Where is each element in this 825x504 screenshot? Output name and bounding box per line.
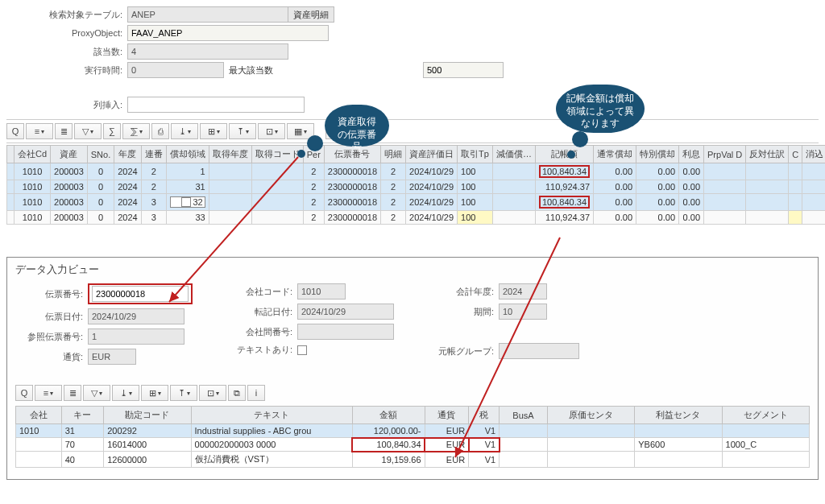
grid1-cell[interactable]	[492, 180, 535, 194]
grid2-cell[interactable]: 16014000	[104, 438, 191, 452]
tb2-6[interactable]: ⤒	[170, 385, 197, 401]
tb1-5[interactable]: ⅀	[122, 123, 150, 139]
grid1-cell[interactable]	[704, 211, 746, 225]
tb1-1[interactable]: ≡	[26, 123, 53, 139]
grid2-cell[interactable]: V1	[469, 452, 500, 468]
grid1-cell[interactable]: 1010	[15, 163, 51, 180]
tb1-6[interactable]: ⎙	[151, 123, 169, 139]
grid2-cell[interactable]	[547, 424, 634, 438]
grid2-cell[interactable]: EUR	[425, 452, 469, 468]
grid1-header[interactable]: 会社Cd	[15, 146, 51, 163]
grid1-cell[interactable]: 2024	[114, 211, 141, 225]
grid2-cell[interactable]: 120,000.00-	[352, 424, 425, 438]
grid1-cell[interactable]: 100,840.34	[535, 163, 593, 180]
grid1-cell[interactable]: 3	[141, 211, 166, 225]
doc-input[interactable]	[92, 286, 189, 302]
grid1-header[interactable]: C	[789, 146, 802, 163]
grid2-cell[interactable]: 31	[61, 424, 103, 438]
grid1-cell[interactable]	[704, 194, 746, 211]
grid1-cell[interactable]	[789, 194, 802, 211]
grid1-cell[interactable]	[492, 194, 535, 211]
grid2-cell[interactable]	[635, 424, 722, 438]
grid1-header[interactable]: 連番	[141, 146, 166, 163]
grid2-cell[interactable]: Industrial supplies - ABC grou	[191, 424, 352, 438]
grid1-cell[interactable]: 31	[166, 180, 209, 194]
grid2-header[interactable]: 利益センタ	[635, 407, 722, 424]
grid1-cell[interactable]: 0	[87, 180, 114, 194]
grid1-cell[interactable]: 2300000018	[324, 180, 380, 194]
grid1-cell[interactable]	[789, 163, 802, 180]
grid1-cell[interactable]: 1010	[15, 194, 51, 211]
grid1-row[interactable]: 1010200003020242312230000001822024/10/29…	[7, 180, 826, 194]
grid1-cell[interactable]: 2300000018	[324, 163, 380, 180]
grid1-header[interactable]: 年度	[114, 146, 141, 163]
grid1-cell[interactable]: 0.00	[636, 211, 679, 225]
tb1-4[interactable]: ∑	[103, 123, 121, 139]
grid1-cell[interactable]: 2024/10/29	[406, 180, 458, 194]
grid1-cell[interactable]	[209, 163, 251, 180]
tb1-9[interactable]: ⤒	[229, 123, 256, 139]
grid1-header[interactable]: 特別償却	[636, 146, 679, 163]
grid1-cell[interactable]	[7, 194, 15, 211]
grid2-cell[interactable]: V1	[469, 424, 500, 438]
grid1-cell[interactable]: 110,924.37	[535, 180, 593, 194]
tb1-10[interactable]: ⊡	[258, 123, 285, 139]
grid1-cell[interactable]: 100	[458, 211, 493, 225]
grid2-cell[interactable]	[547, 438, 634, 452]
grid1-cell[interactable]: 2024	[114, 194, 141, 211]
grid1-header[interactable]: 通常償却	[594, 146, 636, 163]
grid1-cell[interactable]: 0	[87, 211, 114, 225]
grid2-cell[interactable]: V1	[469, 438, 500, 452]
tb2-0[interactable]: Q	[15, 385, 33, 401]
tb2-5[interactable]: ⊞	[141, 385, 168, 401]
grid1-cell[interactable]: 2	[381, 180, 406, 194]
grid2-cell[interactable]	[500, 452, 548, 468]
grid1-cell[interactable]: 3	[141, 194, 166, 211]
grid1-cell[interactable]: 33	[166, 211, 209, 225]
grid1-header[interactable]: 減価償…	[492, 146, 535, 163]
grid1-cell[interactable]: 2300000018	[324, 194, 380, 211]
grid1-cell[interactable]	[7, 180, 15, 194]
grid1-header[interactable]: 記帳額	[535, 146, 593, 163]
grid1-header[interactable]: 明細	[381, 146, 406, 163]
grid1-cell[interactable]: 0.00	[679, 211, 704, 225]
grid1-cell[interactable]: 0.00	[594, 163, 636, 180]
grid1-cell[interactable]	[802, 194, 825, 211]
grid2-cell[interactable]: 100,840.34	[352, 438, 425, 452]
edit-icon[interactable]	[181, 197, 191, 207]
grid1-cell[interactable]	[789, 180, 802, 194]
grid2-cell[interactable]	[722, 424, 809, 438]
grid1-header[interactable]: 償却領域	[166, 146, 209, 163]
grid1-cell[interactable]: 100	[458, 194, 493, 211]
grid1-row[interactable]: 1010200003020243332230000001822024/10/29…	[7, 211, 826, 225]
tb2-7[interactable]: ⊡	[199, 385, 226, 401]
grid1-cell[interactable]: 0.00	[679, 194, 704, 211]
grid2-cell[interactable]: YB600	[635, 438, 722, 452]
grid1-header[interactable]: 取得コード	[251, 146, 303, 163]
grid1-cell[interactable]	[746, 180, 789, 194]
grid2-cell[interactable]: 仮払消費税（VST）	[191, 452, 352, 468]
text-checkbox[interactable]	[297, 345, 307, 355]
grid2-cell[interactable]: EUR	[425, 424, 469, 438]
grid1-cell[interactable]: 2	[303, 194, 324, 211]
grid1-cell[interactable]	[7, 163, 15, 180]
grid1-header[interactable]: 取得年度	[209, 146, 251, 163]
grid2-row[interactable]: 101031200292Industrial supplies - ABC gr…	[16, 424, 810, 438]
grid1-cell[interactable]: 100	[458, 163, 493, 180]
grid1-cell[interactable]: 200003	[51, 211, 88, 225]
grid1-cell[interactable]: 2024/10/29	[406, 194, 458, 211]
tb1-0[interactable]: Q	[6, 123, 24, 139]
grid1-cell[interactable]: 2024/10/29	[406, 163, 458, 180]
grid2-cell[interactable]: 000002000003 0000	[191, 438, 352, 452]
tb2-1[interactable]: ≡	[35, 385, 62, 401]
grid1-cell[interactable]: 0.00	[594, 194, 636, 211]
grid1-row[interactable]: 1010200003020243322230000001822024/10/29…	[7, 194, 826, 211]
grid1-cell[interactable]	[209, 211, 251, 225]
grid1-header[interactable]: 資産評価日	[406, 146, 458, 163]
grid1-cell[interactable]: 0.00	[679, 163, 704, 180]
grid1-cell[interactable]: 0.00	[636, 180, 679, 194]
grid2-header[interactable]: 税	[469, 407, 500, 424]
grid2-header[interactable]: 会社	[16, 407, 62, 424]
grid2-cell[interactable]	[722, 452, 809, 468]
grid2-cell[interactable]: 12600000	[104, 452, 191, 468]
